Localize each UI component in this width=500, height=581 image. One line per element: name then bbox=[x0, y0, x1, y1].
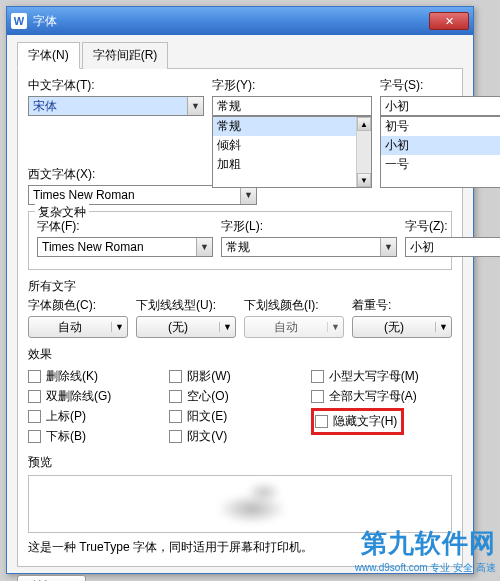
list-item[interactable]: 一号 bbox=[381, 155, 500, 174]
subscript-checkbox[interactable]: 下标(B) bbox=[28, 428, 169, 445]
ul-drop[interactable]: (无)▼ bbox=[136, 316, 236, 338]
list-item[interactable]: 小初 bbox=[381, 136, 500, 155]
shadow-checkbox[interactable]: 阴影(W) bbox=[169, 368, 310, 385]
dropdown-icon[interactable]: ▼ bbox=[380, 238, 396, 256]
latin-font-dropdown-icon[interactable]: ▼ bbox=[240, 186, 256, 204]
preview-group: 预览 这是一种 TrueType 字体，同时适用于屏幕和打印机。 bbox=[28, 454, 452, 556]
emboss-checkbox[interactable]: 阳文(E) bbox=[169, 408, 310, 425]
scroll-up-icon[interactable]: ▲ bbox=[357, 117, 371, 131]
cjk-font-dropdown-icon[interactable]: ▼ bbox=[187, 97, 203, 115]
list-item[interactable]: 加粗 bbox=[213, 155, 371, 174]
complex-font-combo[interactable]: ▼ bbox=[37, 237, 213, 257]
scroll-down-icon[interactable]: ▼ bbox=[357, 173, 371, 187]
font-dialog: W 字体 ✕ 字体(N) 字符间距(R) 中文字体(T): ▼ 字形(Y): bbox=[6, 6, 474, 574]
tab-strip: 字体(N) 字符间距(R) bbox=[17, 41, 463, 69]
close-button[interactable]: ✕ bbox=[429, 12, 469, 30]
alltext-group: 所有文字 字体颜色(C):自动▼ 下划线线型(U):(无)▼ 下划线颜色(I):… bbox=[28, 276, 452, 338]
color-drop[interactable]: 自动▼ bbox=[28, 316, 128, 338]
window-title: 字体 bbox=[33, 13, 429, 30]
dialog-footer: 默认(D)... bbox=[17, 575, 463, 581]
chevron-down-icon: ▼ bbox=[111, 322, 127, 332]
effects-group: 效果 删除线(K) 双删除线(G) 上标(P) 下标(B) 阴影(W) 空心(O… bbox=[28, 344, 452, 448]
complex-size-label: 字号(Z): bbox=[405, 218, 500, 235]
smallcaps-checkbox[interactable]: 小型大写字母(M) bbox=[311, 368, 452, 385]
list-item[interactable]: 常规 bbox=[213, 117, 371, 136]
complex-legend: 复杂文种 bbox=[35, 204, 89, 221]
strike-checkbox[interactable]: 删除线(K) bbox=[28, 368, 169, 385]
latin-font-input[interactable] bbox=[29, 186, 240, 204]
app-icon: W bbox=[11, 13, 27, 29]
dropdown-icon[interactable]: ▼ bbox=[196, 238, 212, 256]
effects-legend: 效果 bbox=[28, 346, 452, 363]
tab-font[interactable]: 字体(N) bbox=[17, 42, 80, 69]
complex-style-combo[interactable]: ▼ bbox=[221, 237, 397, 257]
cjk-font-input[interactable] bbox=[29, 97, 187, 115]
complex-font-input[interactable] bbox=[38, 238, 196, 256]
preview-blur bbox=[247, 482, 281, 502]
list-item[interactable]: 倾斜 bbox=[213, 136, 371, 155]
tab-spacing[interactable]: 字符间距(R) bbox=[82, 42, 169, 69]
complex-size-input[interactable] bbox=[406, 238, 500, 256]
preview-legend: 预览 bbox=[28, 454, 452, 471]
size-label: 字号(S): bbox=[380, 77, 500, 94]
chevron-down-icon: ▼ bbox=[219, 322, 235, 332]
cjk-font-label: 中文字体(T): bbox=[28, 77, 204, 94]
style-label: 字形(Y): bbox=[212, 77, 372, 94]
preview-box bbox=[28, 475, 452, 533]
list-item[interactable]: 初号 bbox=[381, 117, 500, 136]
ulc-drop[interactable]: 自动▼ bbox=[244, 316, 344, 338]
latin-font-combo[interactable]: ▼ bbox=[28, 185, 257, 205]
hidden-checkbox[interactable]: 隐藏文字(H) bbox=[315, 413, 398, 430]
complex-style-input[interactable] bbox=[222, 238, 380, 256]
color-label: 字体颜色(C): bbox=[28, 297, 128, 314]
size-listbox[interactable]: 初号 小初 一号 ▲▼ bbox=[380, 116, 500, 188]
superscript-checkbox[interactable]: 上标(P) bbox=[28, 408, 169, 425]
ulc-label: 下划线颜色(I): bbox=[244, 297, 344, 314]
chevron-down-icon: ▼ bbox=[327, 322, 343, 332]
alltext-legend: 所有文字 bbox=[28, 278, 452, 295]
allcaps-checkbox[interactable]: 全部大写字母(A) bbox=[311, 388, 452, 405]
size-combo[interactable] bbox=[380, 96, 500, 116]
chevron-down-icon: ▼ bbox=[435, 322, 451, 332]
titlebar: W 字体 ✕ bbox=[7, 7, 473, 35]
complex-group: 复杂文种 字体(F): ▼ 字形(L): ▼ 字号(Z): ▼ bbox=[28, 211, 452, 270]
ul-label: 下划线线型(U): bbox=[136, 297, 236, 314]
outline-checkbox[interactable]: 空心(O) bbox=[169, 388, 310, 405]
style-listbox[interactable]: 常规 倾斜 加粗 ▲▼ bbox=[212, 116, 372, 188]
emph-label: 着重号: bbox=[352, 297, 452, 314]
complex-size-combo[interactable]: ▼ bbox=[405, 237, 500, 257]
emph-drop[interactable]: (无)▼ bbox=[352, 316, 452, 338]
dblstrike-checkbox[interactable]: 双删除线(G) bbox=[28, 388, 169, 405]
style-combo[interactable] bbox=[212, 96, 372, 116]
complex-style-label: 字形(L): bbox=[221, 218, 397, 235]
font-description: 这是一种 TrueType 字体，同时适用于屏幕和打印机。 bbox=[28, 539, 452, 556]
cjk-font-combo[interactable]: ▼ bbox=[28, 96, 204, 116]
engrave-checkbox[interactable]: 阴文(V) bbox=[169, 428, 310, 445]
highlight-box: 隐藏文字(H) bbox=[311, 408, 405, 435]
style-input[interactable] bbox=[213, 97, 371, 115]
default-button[interactable]: 默认(D)... bbox=[17, 575, 86, 581]
size-input[interactable] bbox=[381, 97, 500, 115]
tab-panel-font: 中文字体(T): ▼ 字形(Y): 常规 倾斜 加粗 ▲▼ bbox=[17, 69, 463, 567]
